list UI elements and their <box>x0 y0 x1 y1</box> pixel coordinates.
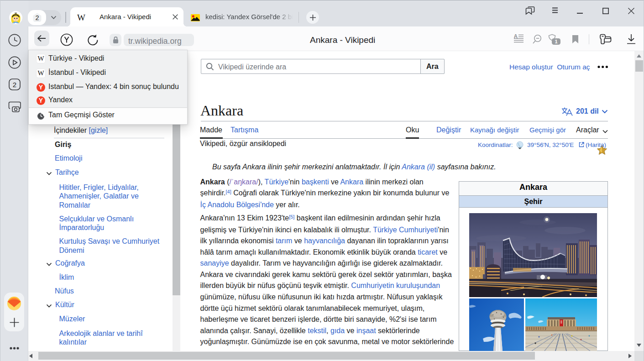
svg-text:2: 2 <box>13 81 16 89</box>
svg-text:A: A <box>514 34 518 40</box>
svg-text:2: 2 <box>35 14 39 21</box>
svg-text:1: 1 <box>555 39 557 44</box>
